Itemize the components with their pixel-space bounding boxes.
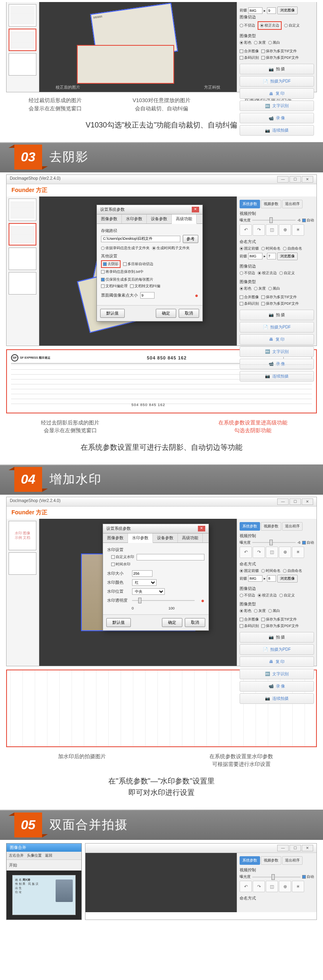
merge-window: 图像合并 左右合并 头像位置 返回 开始 姓 名 周X涛 性 别 男 民 族 汉… (6, 843, 82, 920)
chk-keep[interactable]: 仅保留生成多页后的每张图片 (101, 277, 153, 282)
photo-button[interactable]: 📷拍 摄 (240, 64, 314, 74)
print-button[interactable]: 🖶复 印 (240, 88, 314, 99)
prefix-label: 前缀 (240, 8, 247, 13)
wm-color-select[interactable]: 红 (132, 579, 157, 586)
minimize-button[interactable]: — (277, 176, 289, 183)
id-card-preview: 姓 名 周X涛 性 别 男 民 族 汉 出 生 住 址 (12, 875, 76, 915)
zoom-icon[interactable]: ⊕ (279, 224, 291, 236)
chk-auto[interactable]: 自动 (302, 218, 314, 223)
thumbnail-selected[interactable] (9, 29, 36, 51)
chk-merge[interactable]: 合并图像 (240, 49, 259, 54)
brand-label: Founder 方正 (7, 184, 316, 196)
ok-button[interactable]: 确定 (162, 618, 182, 627)
brand-caption: 方正科技 (204, 85, 220, 90)
chk-barcode[interactable]: 条码识别 (240, 55, 259, 60)
continuous-button[interactable]: 📷连续拍摄 (240, 125, 314, 136)
thumbnail[interactable] (9, 552, 36, 575)
exposure-slider[interactable] (252, 220, 296, 221)
wm-size-input[interactable] (132, 570, 153, 577)
radio-correct-cut[interactable]: 校正去边 (258, 21, 282, 30)
tab-image[interactable]: 图像参数 (97, 214, 122, 223)
ocr-button[interactable]: 🔤文字识别 (240, 346, 314, 357)
note-left: 加水印后的拍摄图片 (6, 752, 157, 768)
radio-time[interactable]: 时间命名 (261, 246, 280, 251)
toolbar-back[interactable]: 返回 (45, 853, 52, 858)
tab-system[interactable]: 系统参数 (240, 200, 260, 208)
radio-no-cut[interactable]: 不切边 (240, 21, 255, 30)
rotate-right-icon[interactable]: ↷ (253, 224, 265, 236)
tab-watermark[interactable]: 水印参数 (122, 214, 147, 223)
camera-icon: 📷 (269, 67, 274, 71)
thumbnail-selected[interactable] (9, 223, 36, 246)
chk-pdf[interactable]: 保存为多页PDF文件 (261, 55, 299, 60)
chk-mirror[interactable]: 文档纠偏处理 (101, 284, 128, 289)
brightness-icon[interactable]: ☀ (292, 224, 304, 236)
thumbnail[interactable] (9, 53, 36, 76)
tab-advanced[interactable]: 高级功能 (172, 214, 197, 224)
print-button[interactable]: 🖶复 印 (240, 334, 314, 345)
start-button[interactable]: 开始 (9, 863, 17, 867)
dialog-close-button[interactable]: ✕ (198, 526, 205, 531)
threshold-input[interactable] (140, 292, 155, 299)
canvas-caption: 校正后的图片 (56, 85, 80, 90)
chk-time-wm[interactable]: 时间水印 (111, 562, 130, 567)
seq-input[interactable] (267, 7, 276, 14)
tab-video[interactable]: 视频参数 (261, 200, 281, 208)
thumbnail[interactable] (9, 272, 36, 295)
radio-custom-cut[interactable]: 自定义 (284, 21, 300, 30)
default-button[interactable]: 默认值 (100, 309, 125, 318)
note-left: 经过去阴影后形成的图片会显示在左侧预览窗口 (6, 419, 134, 435)
wm-pos-select[interactable]: 中央 (132, 588, 165, 595)
dialog-close-button[interactable]: ✕ (192, 207, 199, 212)
chk-text[interactable]: 文档转文档纠偏 (130, 284, 160, 289)
radio-sub2[interactable]: 生成时间戳子文件夹 (152, 246, 190, 251)
maximize-button[interactable]: ☐ (289, 176, 301, 183)
crop-icon[interactable]: ◫ (266, 224, 278, 236)
tab-device[interactable]: 设备参数 (147, 214, 172, 223)
radio-bw[interactable]: 黑白 (268, 40, 280, 45)
photo-button[interactable]: 📷拍 摄 (240, 310, 314, 320)
thumbnail[interactable] (9, 248, 36, 270)
radio-sub1[interactable]: 依据录码信息生成子文件夹 (101, 246, 150, 251)
close-button[interactable]: ✕ (302, 176, 313, 183)
burst-icon: 📷 (265, 128, 270, 133)
thumbnail[interactable]: 水印 图像示例 文档 (9, 521, 36, 550)
rotate-left-icon[interactable]: ↶ (240, 224, 252, 236)
chk-shadow[interactable]: 去阴影 (101, 260, 121, 268)
record-button[interactable]: 📹录 像 (240, 113, 314, 123)
ocr-button[interactable]: 🔤文字识别 (240, 100, 314, 111)
chk-multi[interactable]: 多目标自动切边 (123, 260, 153, 268)
thumbnail[interactable] (9, 4, 36, 27)
default-button[interactable]: 默认值 (106, 618, 131, 627)
note-left: 经过裁切后形成的图片会显示在左侧预览窗口 (6, 96, 104, 112)
toolbar-pos[interactable]: 头像位置 (27, 853, 42, 858)
app-title: DocImageShop (Ver2.2.4.0) (10, 176, 61, 183)
browse-button[interactable]: 浏览图像 (277, 7, 298, 14)
cancel-button[interactable]: 取消 (185, 618, 205, 627)
pdf-button[interactable]: 📄拍摄为PDF (240, 76, 314, 87)
chk-custom-wm[interactable]: 自定义水印 (111, 554, 134, 560)
prefix-input[interactable] (248, 7, 262, 14)
storage-path-input[interactable] (101, 236, 180, 242)
cancel-button[interactable]: 取消 (179, 309, 199, 318)
transparency-slider[interactable] (132, 600, 195, 601)
note-right: 在系统参数设置里水印参数可根据需要进行水印设置 (166, 752, 317, 768)
step-title: 去阴影 (49, 149, 89, 165)
radio-free[interactable]: 自由命名 (283, 246, 302, 251)
browse-button[interactable]: 参考 (183, 235, 198, 243)
id-photo (56, 880, 73, 902)
camera-icon: 📷 (269, 313, 274, 317)
toolbar-lr[interactable]: 左右合并 (9, 853, 24, 858)
radio-gray[interactable]: 灰度 (254, 40, 266, 45)
record-icon: 📹 (269, 116, 274, 121)
thumbnail[interactable] (9, 199, 36, 221)
chk-txt[interactable]: 将录码信息保存到.txt中 (101, 269, 144, 275)
pdf-button[interactable]: 📄拍摄为PDF (240, 322, 314, 333)
ok-button[interactable]: 确定 (156, 309, 176, 318)
step-number: 03 (14, 145, 42, 170)
tab-exit[interactable]: 退出程序 (282, 200, 303, 208)
radio-fixed[interactable]: 固定前缀 (240, 246, 259, 251)
radio-color[interactable]: 彩色 (240, 40, 251, 45)
chk-tif[interactable]: 保存为多页TIF文件 (261, 49, 297, 54)
system-params-dialog: 设置系统参数✕ 图像参数 水印参数 设备参数 高级功能 存储路径 参考 依据录码… (96, 205, 203, 321)
